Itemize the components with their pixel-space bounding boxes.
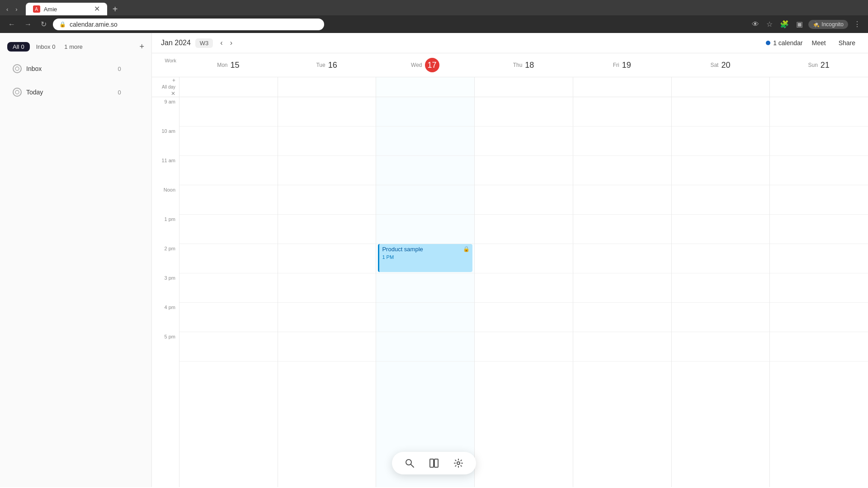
hour-5-4[interactable] [672,215,770,244]
hour-3-5[interactable] [475,244,573,273]
hour-1-5[interactable] [278,244,376,273]
hour-0-7[interactable] [179,303,278,332]
hour-0-3[interactable] [179,185,278,215]
inbox-link[interactable]: Inbox 0 [33,42,58,52]
hour-3-7[interactable] [475,303,573,332]
reload-button[interactable]: ↻ [38,18,49,30]
hour-3-2[interactable] [475,156,573,185]
day-col-6[interactable] [769,97,868,487]
sidebar-add-button[interactable]: + [139,42,144,52]
hour-3-3[interactable] [475,185,573,215]
day-col-0[interactable] [179,97,278,487]
hour-6-8[interactable] [770,332,868,361]
menu-button[interactable]: ⋮ [852,18,863,30]
allday-cell-4[interactable] [573,77,671,97]
hour-2-0[interactable] [376,97,474,127]
active-tab[interactable]: A Amie ✕ [26,3,107,15]
allday-cell-2[interactable] [376,77,474,97]
hour-0-8[interactable] [179,332,278,361]
forward-button[interactable]: → [22,19,34,30]
tab-back-btn[interactable]: ‹ [4,5,11,14]
hour-0-0[interactable] [179,97,278,127]
day-col-4[interactable] [573,97,671,487]
back-button[interactable]: ← [5,19,18,30]
hour-5-7[interactable] [672,303,770,332]
hour-5-6[interactable] [672,273,770,303]
hour-0-4[interactable] [179,215,278,244]
settings-toolbar-button[interactable] [452,456,465,470]
hour-2-8[interactable] [376,332,474,361]
all-badge[interactable]: All 0 [7,42,30,52]
hour-4-4[interactable] [573,215,671,244]
bookmark-icon[interactable]: ☆ [764,18,774,30]
extensions-icon[interactable]: 🧩 [778,18,791,30]
allday-x[interactable]: ✕ [171,90,175,97]
hour-1-2[interactable] [278,156,376,185]
hour-4-1[interactable] [573,127,671,156]
hour-1-0[interactable] [278,97,376,127]
layout-toolbar-button[interactable] [427,456,441,470]
hour-0-6[interactable] [179,273,278,303]
hour-1-6[interactable] [278,273,376,303]
hour-6-5[interactable] [770,244,868,273]
hour-6-3[interactable] [770,185,868,215]
hour-4-3[interactable] [573,185,671,215]
hour-2-3[interactable] [376,185,474,215]
tab-close-button[interactable]: ✕ [94,5,100,13]
calendar-count-label[interactable]: 1 calendar [773,39,802,47]
hour-1-3[interactable] [278,185,376,215]
today-add-button[interactable]: + [126,88,130,97]
hour-2-1[interactable] [376,127,474,156]
share-button[interactable]: Share [835,38,859,48]
hour-2-4[interactable] [376,215,474,244]
prev-week-button[interactable]: ‹ [217,38,225,48]
hour-2-6[interactable] [376,273,474,303]
allday-cell-0[interactable] [179,77,278,97]
inbox-add-button[interactable]: + [126,65,130,73]
hour-4-2[interactable] [573,156,671,185]
hour-1-7[interactable] [278,303,376,332]
allday-cell-3[interactable] [474,77,573,97]
address-bar[interactable]: 🔒 calendar.amie.so [53,19,324,30]
hour-5-3[interactable] [672,185,770,215]
hour-4-0[interactable] [573,97,671,127]
new-tab-button[interactable]: + [109,4,122,14]
eye-slash-icon[interactable]: 👁 [750,19,761,30]
hour-2-2[interactable] [376,156,474,185]
day-col-3[interactable] [474,97,573,487]
hour-3-4[interactable] [475,215,573,244]
allday-cell-6[interactable] [769,77,868,97]
hour-1-8[interactable] [278,332,376,361]
hour-4-6[interactable] [573,273,671,303]
hour-4-5[interactable] [573,244,671,273]
allday-cell-1[interactable] [278,77,376,97]
today-more-button[interactable]: ⋯ [132,88,139,97]
hour-1-4[interactable] [278,215,376,244]
day-col-5[interactable] [671,97,770,487]
inbox-more-button[interactable]: ⋯ [132,65,139,73]
hour-6-4[interactable] [770,215,868,244]
hour-6-0[interactable] [770,97,868,127]
next-week-button[interactable]: › [227,38,235,48]
hour-5-5[interactable] [672,244,770,273]
hour-3-0[interactable] [475,97,573,127]
day-col-1[interactable] [278,97,376,487]
hour-1-1[interactable] [278,127,376,156]
hour-5-0[interactable] [672,97,770,127]
sidebar-item-today[interactable]: Today 0 + ⋯ [7,84,144,100]
sidebar-icon[interactable]: ▣ [794,18,805,30]
hour-6-2[interactable] [770,156,868,185]
tab-forward-btn[interactable]: › [13,5,20,14]
hour-6-7[interactable] [770,303,868,332]
meet-button[interactable]: Meet [808,38,830,48]
sidebar-item-inbox[interactable]: Inbox 0 + ⋯ [7,61,144,77]
more-link[interactable]: 1 more [61,42,85,52]
hour-3-1[interactable] [475,127,573,156]
allday-plus[interactable]: + [172,77,175,84]
search-toolbar-button[interactable] [403,456,416,470]
hour-4-8[interactable] [573,332,671,361]
hour-5-2[interactable] [672,156,770,185]
hour-6-6[interactable] [770,273,868,303]
hour-6-1[interactable] [770,127,868,156]
hour-2-7[interactable] [376,303,474,332]
